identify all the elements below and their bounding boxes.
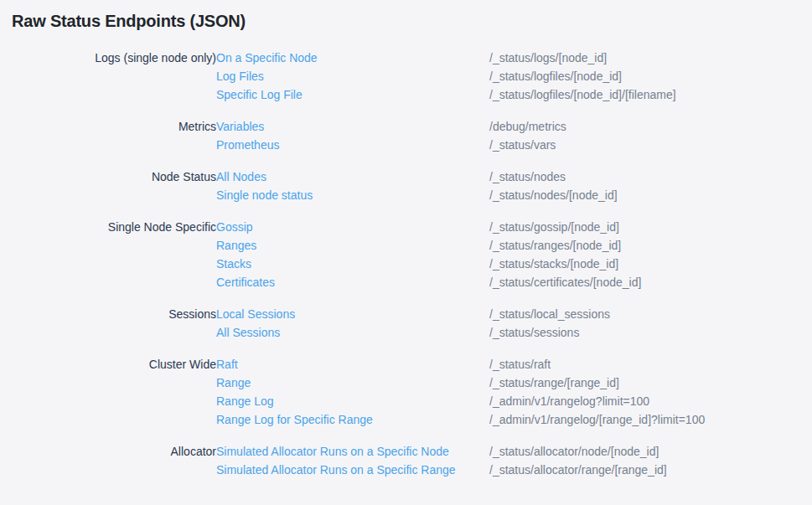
category-label: [12, 67, 216, 85]
endpoint-row: Node StatusAll Nodes/_status/nodes: [12, 154, 774, 186]
endpoint-path: /_status/ranges/[node_id]: [489, 236, 774, 255]
category-label: Sessions: [12, 291, 216, 323]
endpoint-path: /_admin/v1/rangelog/[range_id]?limit=100: [489, 410, 774, 429]
category-label: [12, 323, 216, 342]
endpoint-path: /_status/stacks/[node_id]: [489, 255, 774, 273]
endpoint-path: /_status/allocator/range/[range_id]: [489, 461, 774, 479]
endpoint-link-cell: All Sessions: [216, 323, 489, 342]
endpoint-link-cell: Range Log for Specific Range: [216, 410, 489, 429]
endpoint-link[interactable]: Range: [216, 376, 251, 389]
endpoint-link-cell: Local Sessions: [216, 291, 489, 323]
endpoint-row: SessionsLocal Sessions/_status/local_ses…: [12, 291, 774, 323]
endpoint-path: /_status/nodes: [489, 154, 774, 186]
endpoint-link-cell: Range Log: [216, 392, 489, 410]
endpoint-row: Range Log for Specific Range/_admin/v1/r…: [12, 410, 774, 429]
endpoint-link[interactable]: Log Files: [216, 70, 264, 83]
endpoint-path: /_status/raft: [489, 342, 774, 374]
category-label: Logs (single node only): [12, 49, 216, 67]
category-label: [12, 255, 216, 273]
endpoint-path: /_status/range/[range_id]: [489, 374, 774, 392]
category-label: Single Node Specific: [12, 204, 216, 236]
endpoint-path: /_status/nodes/[node_id]: [489, 186, 774, 204]
endpoint-link[interactable]: Ranges: [216, 239, 256, 252]
endpoint-link-cell: Raft: [216, 342, 489, 374]
endpoint-row: Single Node SpecificGossip/_status/gossi…: [12, 204, 774, 236]
endpoint-path: /_status/local_sessions: [489, 291, 774, 323]
endpoint-path: /_status/vars: [489, 136, 774, 154]
category-label: [12, 410, 216, 429]
endpoint-link-cell: Variables: [216, 104, 489, 136]
category-label: [12, 236, 216, 255]
category-label: Cluster Wide: [12, 342, 216, 374]
endpoint-link-cell: Prometheus: [216, 136, 489, 154]
endpoint-link-cell: Single node status: [216, 186, 489, 204]
page-title: Raw Status Endpoints (JSON): [12, 11, 812, 31]
endpoint-path: /_status/allocator/node/[node_id]: [489, 429, 774, 461]
endpoint-link[interactable]: Variables: [216, 120, 264, 133]
endpoint-row: Certificates/_status/certificates/[node_…: [12, 273, 774, 291]
endpoint-link[interactable]: All Nodes: [216, 170, 266, 183]
endpoint-row: MetricsVariables/debug/metrics: [12, 104, 774, 136]
endpoint-path: /debug/metrics: [489, 104, 774, 136]
endpoint-row: Specific Log File/_status/logfiles/[node…: [12, 85, 774, 104]
endpoint-link-cell: Gossip: [216, 204, 489, 236]
category-label: Node Status: [12, 154, 216, 186]
endpoint-path: /_status/certificates/[node_id]: [489, 273, 774, 291]
endpoints-table-body: Logs (single node only)On a Specific Nod…: [12, 49, 774, 479]
endpoint-link-cell: Stacks: [216, 255, 489, 273]
endpoint-link[interactable]: Range Log for Specific Range: [216, 413, 373, 426]
category-label: [12, 461, 216, 479]
category-label: Metrics: [12, 104, 216, 136]
endpoint-link-cell: Ranges: [216, 236, 489, 255]
category-label: [12, 374, 216, 392]
endpoint-link[interactable]: Certificates: [216, 276, 275, 289]
endpoint-link[interactable]: Specific Log File: [216, 88, 303, 101]
endpoint-path: /_status/logs/[node_id]: [489, 49, 774, 67]
endpoint-row: Prometheus/_status/vars: [12, 136, 774, 154]
category-label: [12, 392, 216, 410]
endpoint-link[interactable]: Gossip: [216, 220, 253, 234]
raw-status-endpoints-page: Raw Status Endpoints (JSON) Logs (single…: [0, 0, 812, 479]
endpoint-link[interactable]: Prometheus: [216, 138, 279, 152]
endpoints-table: Logs (single node only)On a Specific Nod…: [12, 49, 774, 479]
endpoint-row: All Sessions/_status/sessions: [12, 323, 774, 342]
endpoint-link[interactable]: Local Sessions: [216, 307, 295, 321]
endpoint-row: Log Files/_status/logfiles/[node_id]: [12, 67, 774, 85]
endpoint-path: /_admin/v1/rangelog?limit=100: [489, 392, 774, 410]
endpoint-row: Ranges/_status/ranges/[node_id]: [12, 236, 774, 255]
endpoint-row: AllocatorSimulated Allocator Runs on a S…: [12, 429, 774, 461]
endpoint-row: Simulated Allocator Runs on a Specific R…: [12, 461, 774, 479]
endpoint-link-cell: Certificates: [216, 273, 489, 291]
endpoint-path: /_status/logfiles/[node_id]: [489, 67, 774, 85]
endpoint-row: Range Log/_admin/v1/rangelog?limit=100: [12, 392, 774, 410]
endpoint-link[interactable]: On a Specific Node: [216, 51, 318, 64]
category-label: [12, 85, 216, 104]
category-label: [12, 136, 216, 154]
endpoint-link-cell: Simulated Allocator Runs on a Specific R…: [216, 461, 489, 479]
category-label: Allocator: [12, 429, 216, 461]
endpoint-path: /_status/sessions: [489, 323, 774, 342]
endpoint-link-cell: On a Specific Node: [216, 49, 489, 67]
endpoint-row: Single node status/_status/nodes/[node_i…: [12, 186, 774, 204]
endpoint-link[interactable]: Simulated Allocator Runs on a Specific R…: [216, 463, 456, 477]
category-label: [12, 186, 216, 204]
endpoint-link[interactable]: Stacks: [216, 257, 251, 271]
endpoint-link-cell: Specific Log File: [216, 85, 489, 104]
endpoint-link[interactable]: Single node status: [216, 188, 313, 202]
endpoint-path: /_status/gossip/[node_id]: [489, 204, 774, 236]
endpoint-row: Stacks/_status/stacks/[node_id]: [12, 255, 774, 273]
endpoint-row: Cluster WideRaft/_status/raft: [12, 342, 774, 374]
endpoint-link-cell: Simulated Allocator Runs on a Specific N…: [216, 429, 489, 461]
endpoint-link[interactable]: Range Log: [216, 394, 274, 408]
endpoint-link[interactable]: Raft: [216, 358, 238, 371]
endpoint-link[interactable]: All Sessions: [216, 326, 280, 339]
category-label: [12, 273, 216, 291]
endpoint-link-cell: All Nodes: [216, 154, 489, 186]
endpoint-link[interactable]: Simulated Allocator Runs on a Specific N…: [216, 445, 449, 458]
endpoint-row: Logs (single node only)On a Specific Nod…: [12, 49, 774, 67]
endpoint-path: /_status/logfiles/[node_id]/[filename]: [489, 85, 774, 104]
endpoint-link-cell: Log Files: [216, 67, 489, 85]
endpoint-row: Range/_status/range/[range_id]: [12, 374, 774, 392]
endpoint-link-cell: Range: [216, 374, 489, 392]
